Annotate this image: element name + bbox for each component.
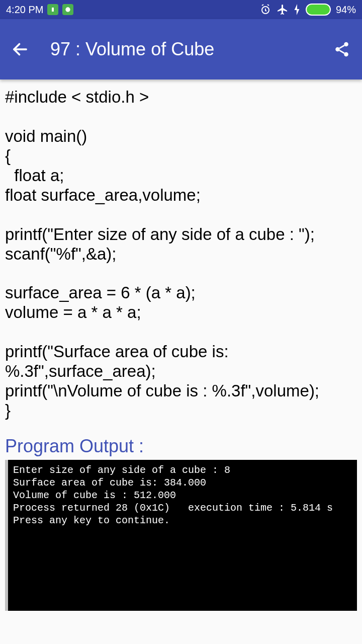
svg-rect-0: [52, 8, 54, 12]
page-title: 97 : Volume of Cube: [50, 39, 332, 60]
share-button[interactable]: [332, 39, 352, 59]
svg-point-1: [66, 7, 70, 12]
battery-icon: [306, 4, 331, 16]
content-area[interactable]: #include < stdio.h > void main() { float…: [0, 79, 362, 619]
status-left: 4:20 PM: [6, 4, 73, 16]
status-bar: 4:20 PM 94%: [0, 0, 362, 19]
app-bar: 97 : Volume of Cube: [0, 19, 362, 79]
console-output: Enter size of any side of a cube : 8 Sur…: [5, 460, 357, 611]
back-arrow-icon: [11, 40, 29, 58]
share-icon: [333, 41, 350, 58]
airplane-icon: [277, 4, 289, 16]
battery-percentage: 94%: [336, 4, 356, 16]
output-heading: Program Output :: [5, 436, 357, 457]
back-button[interactable]: [10, 39, 30, 59]
alarm-icon: [259, 4, 272, 16]
app-notification-icon: [62, 4, 73, 15]
battery-saver-icon: [47, 4, 58, 15]
charging-icon: [294, 4, 301, 15]
code-block: #include < stdio.h > void main() { float…: [5, 88, 357, 421]
svg-point-6: [344, 52, 348, 57]
status-right: 94%: [259, 4, 356, 16]
status-time: 4:20 PM: [6, 4, 43, 16]
svg-point-5: [335, 47, 340, 52]
svg-point-4: [344, 42, 348, 47]
